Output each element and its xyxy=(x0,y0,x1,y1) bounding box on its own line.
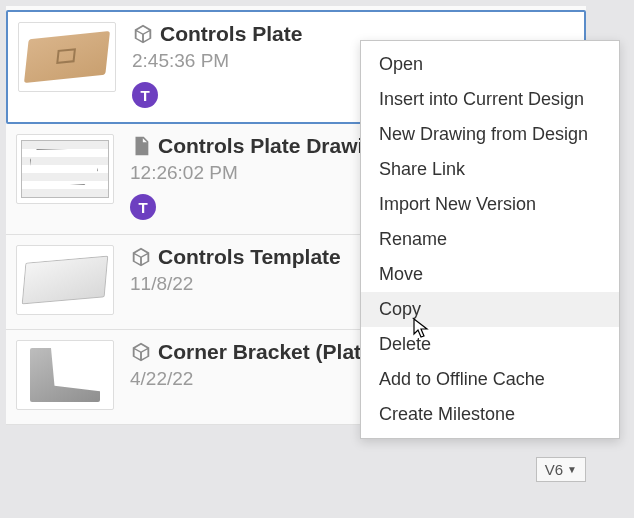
thumbnail xyxy=(16,340,114,410)
item-title: Controls Plate Drawing xyxy=(158,134,389,158)
cube-icon xyxy=(130,341,152,363)
drawing-icon xyxy=(130,135,152,157)
bracket-shape xyxy=(30,348,100,402)
menu-new-drawing-from-design[interactable]: New Drawing from Design xyxy=(361,117,619,152)
menu-rename[interactable]: Rename xyxy=(361,222,619,257)
item-title: Corner Bracket (Plate) xyxy=(158,340,380,364)
drawing-shape xyxy=(21,140,109,198)
menu-open[interactable]: Open xyxy=(361,47,619,82)
thumbnail xyxy=(16,245,114,315)
user-badge: T xyxy=(130,194,156,220)
menu-delete[interactable]: Delete xyxy=(361,327,619,362)
menu-copy[interactable]: Copy xyxy=(361,292,619,327)
thumbnail xyxy=(18,22,116,92)
template-shape xyxy=(22,256,109,305)
plate-shape xyxy=(24,31,110,83)
chevron-down-icon: ▼ xyxy=(567,464,577,475)
menu-import-new-version[interactable]: Import New Version xyxy=(361,187,619,222)
cube-icon xyxy=(130,246,152,268)
menu-add-to-offline-cache[interactable]: Add to Offline Cache xyxy=(361,362,619,397)
item-title: Controls Plate xyxy=(160,22,302,46)
menu-create-milestone[interactable]: Create Milestone xyxy=(361,397,619,432)
version-dropdown[interactable]: V6 ▼ xyxy=(536,457,586,482)
menu-move[interactable]: Move xyxy=(361,257,619,292)
context-menu: Open Insert into Current Design New Draw… xyxy=(360,40,620,439)
menu-insert-into-current-design[interactable]: Insert into Current Design xyxy=(361,82,619,117)
thumbnail xyxy=(16,134,114,204)
cube-icon xyxy=(132,23,154,45)
item-title: Controls Template xyxy=(158,245,341,269)
menu-share-link[interactable]: Share Link xyxy=(361,152,619,187)
user-badge: T xyxy=(132,82,158,108)
version-label: V6 xyxy=(545,461,563,478)
